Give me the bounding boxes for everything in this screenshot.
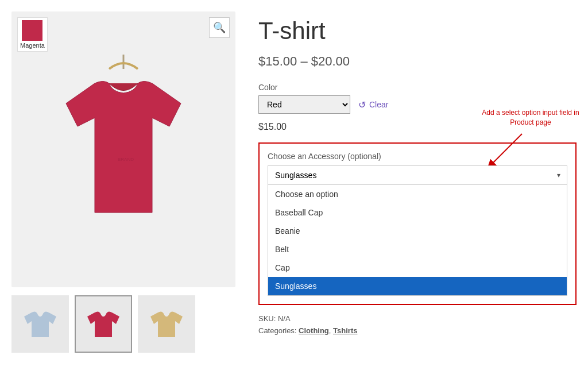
thumbnail-yellow-img — [146, 304, 187, 344]
color-badge-label: Magenta — [20, 42, 45, 49]
thumbnail-yellow[interactable] — [138, 295, 195, 353]
dropdown-item-choose[interactable]: Choose an option — [268, 185, 567, 203]
category-tshirts-link[interactable]: Tshirts — [333, 326, 357, 335]
thumbnail-row — [11, 295, 235, 353]
thumbnail-blue[interactable] — [11, 295, 69, 353]
clear-label: Clear — [369, 100, 388, 109]
page-container: Magenta 🔍 BRAND — [0, 0, 588, 378]
color-label: Color — [258, 83, 577, 92]
zoom-icon: 🔍 — [213, 21, 226, 34]
categories-label: Categories: — [258, 326, 296, 335]
thumbnail-red[interactable] — [75, 295, 132, 353]
tshirt-svg: BRAND — [49, 52, 198, 247]
main-image-wrapper: Magenta 🔍 BRAND — [11, 11, 235, 287]
accessory-label: Choose an Accessory (optional) — [268, 152, 567, 161]
accessory-select-wrapper: Sunglasses ▾ — [268, 165, 567, 185]
product-info: T-shirt $15.00 – $20.00 Color Red Blue G… — [258, 11, 577, 367]
annotation-text: Add a select option input field in Produ… — [479, 108, 582, 128]
thumbnail-red-img — [83, 304, 123, 344]
refresh-icon: ↺ — [358, 99, 366, 110]
color-badge: Magenta — [17, 17, 48, 52]
zoom-button[interactable]: 🔍 — [209, 17, 230, 38]
dropdown-item-baseball-cap[interactable]: Baseball Cap — [268, 203, 567, 222]
dropdown-item-cap[interactable]: Cap — [268, 259, 567, 277]
dropdown-item-beanie[interactable]: Beanie — [268, 222, 567, 240]
svg-text:BRAND: BRAND — [118, 157, 134, 162]
thumbnail-blue-img — [20, 304, 60, 344]
product-images: Magenta 🔍 BRAND — [11, 11, 235, 367]
price-range: $15.00 – $20.00 — [258, 54, 577, 69]
color-select[interactable]: Red Blue Green Magenta — [258, 95, 350, 114]
sku-line: SKU: N/A — [258, 314, 577, 323]
dropdown-item-belt[interactable]: Belt — [268, 240, 567, 259]
accessory-box: Choose an Accessory (optional) Sunglasse… — [258, 142, 577, 305]
clear-button[interactable]: ↺ Clear — [358, 99, 388, 110]
product-title: T-shirt — [258, 17, 577, 45]
category-clothing-link[interactable]: Clothing — [299, 326, 329, 335]
dropdown-item-sunglasses[interactable]: Sunglasses — [268, 277, 567, 295]
color-swatch — [22, 20, 42, 41]
dropdown-list: Choose an option Baseball Cap Beanie Bel… — [268, 185, 567, 296]
main-product-image: BRAND — [43, 46, 204, 253]
categories-line: Categories: Clothing, Tshirts — [258, 326, 577, 335]
accessory-select[interactable]: Sunglasses — [268, 165, 567, 185]
